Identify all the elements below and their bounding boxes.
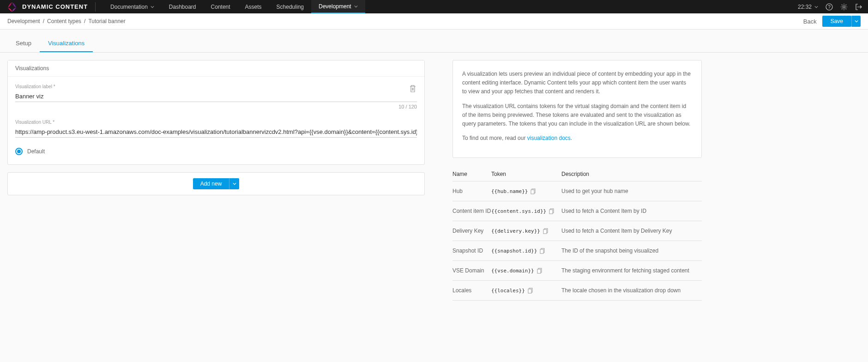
default-radio[interactable] bbox=[15, 148, 23, 155]
add-new-dropdown[interactable] bbox=[229, 178, 239, 189]
nav-content-label: Content bbox=[211, 4, 230, 10]
logo-text: DYNAMIC CONTENT bbox=[22, 3, 88, 10]
chevron-down-icon bbox=[151, 5, 154, 9]
token-code: {{delivery.key}} bbox=[491, 228, 540, 234]
copy-icon[interactable] bbox=[540, 248, 545, 253]
th-name: Name bbox=[452, 171, 491, 177]
nav-dashboard[interactable]: Dashboard bbox=[162, 0, 204, 13]
breadcrumb: Development / Content types / Tutorial b… bbox=[7, 18, 126, 24]
viz-label-label: Visualization label * bbox=[15, 84, 417, 89]
table-row: Snapshot ID {{snapshot.id}} The ID of th… bbox=[452, 241, 702, 261]
nav-assets-label: Assets bbox=[245, 4, 262, 10]
breadcrumb-content-types[interactable]: Content types bbox=[47, 18, 81, 24]
breadcrumb-development[interactable]: Development bbox=[7, 18, 40, 24]
token-name: Hub bbox=[452, 188, 491, 194]
svg-rect-14 bbox=[528, 289, 531, 293]
table-row: Content item ID {{content.sys.id}} Used … bbox=[452, 201, 702, 221]
token-code: {{locales}} bbox=[491, 288, 525, 294]
token-name: Delivery Key bbox=[452, 228, 491, 234]
svg-text:?: ? bbox=[828, 5, 831, 10]
token-desc: The ID of the snapshot being visualized bbox=[561, 247, 702, 254]
default-label: Default bbox=[27, 148, 45, 155]
help-paragraph-2: The visualization URL contains tokens fo… bbox=[462, 102, 692, 129]
breadcrumb-current: Tutorial banner bbox=[88, 18, 125, 24]
nav-documentation-label: Documentation bbox=[110, 4, 148, 10]
token-desc: The locale chosen in the visualization d… bbox=[561, 287, 702, 294]
token-name: VSE Domain bbox=[452, 267, 491, 274]
token-name: Content item ID bbox=[452, 208, 491, 214]
viz-url-input[interactable] bbox=[15, 127, 417, 138]
panel-title: Visualizations bbox=[8, 60, 424, 77]
copy-icon[interactable] bbox=[543, 228, 549, 234]
svg-rect-4 bbox=[531, 190, 534, 194]
copy-icon[interactable] bbox=[549, 208, 555, 214]
svg-rect-6 bbox=[549, 210, 553, 214]
chevron-down-icon bbox=[354, 5, 358, 8]
svg-rect-12 bbox=[537, 269, 541, 273]
nav-scheduling[interactable]: Scheduling bbox=[269, 0, 311, 13]
nav-development[interactable]: Development bbox=[311, 0, 365, 13]
token-desc: Used to fetch a Content Item by ID bbox=[561, 208, 702, 214]
token-desc: The staging environment for fetching sta… bbox=[561, 267, 702, 274]
tab-setup[interactable]: Setup bbox=[7, 35, 40, 52]
add-new-button[interactable]: Add new bbox=[193, 178, 229, 189]
time-display: 22:32 bbox=[798, 4, 812, 10]
token-code: {{vse.domain}} bbox=[491, 268, 534, 274]
nav-dashboard-label: Dashboard bbox=[169, 4, 196, 10]
help-paragraph-1: A visualization lets users preview an in… bbox=[462, 70, 692, 97]
save-dropdown[interactable] bbox=[851, 16, 861, 27]
char-count: 10 / 120 bbox=[15, 104, 417, 109]
token-desc: Used to get your hub name bbox=[561, 188, 702, 194]
svg-rect-8 bbox=[543, 229, 547, 234]
token-code: {{hub.name}} bbox=[491, 188, 528, 194]
table-row: Locales {{locales}} The locale chosen in… bbox=[452, 281, 702, 301]
token-code: {{content.sys.id}} bbox=[491, 208, 546, 214]
nav-development-label: Development bbox=[319, 3, 351, 10]
viz-label-input[interactable] bbox=[15, 91, 417, 102]
copy-icon[interactable] bbox=[530, 188, 536, 194]
nav-scheduling-label: Scheduling bbox=[277, 4, 304, 10]
svg-rect-10 bbox=[540, 249, 543, 253]
token-desc: Used to fetch a Content Item by Delivery… bbox=[561, 228, 702, 234]
chevron-down-icon[interactable] bbox=[814, 5, 818, 9]
tab-visualizations[interactable]: Visualizations bbox=[40, 35, 93, 52]
table-row: VSE Domain {{vse.domain}} The staging en… bbox=[452, 261, 702, 281]
back-link[interactable]: Back bbox=[803, 18, 817, 25]
logo-icon bbox=[6, 0, 18, 13]
th-description: Description bbox=[561, 171, 702, 177]
viz-url-label: Visualization URL * bbox=[15, 120, 417, 125]
help-icon[interactable]: ? bbox=[826, 3, 833, 11]
th-token: Token bbox=[491, 171, 561, 177]
save-button[interactable]: Save bbox=[822, 16, 851, 27]
nav-assets[interactable]: Assets bbox=[238, 0, 269, 13]
gear-icon[interactable] bbox=[840, 3, 848, 11]
copy-icon[interactable] bbox=[528, 288, 533, 293]
token-code: {{snapshot.id}} bbox=[491, 248, 537, 254]
table-row: Hub {{hub.name}} Used to get your hub na… bbox=[452, 181, 702, 201]
nav-content[interactable]: Content bbox=[204, 0, 238, 13]
token-name: Snapshot ID bbox=[452, 247, 491, 254]
visualization-docs-link[interactable]: visualization docs bbox=[527, 135, 571, 141]
token-name: Locales bbox=[452, 287, 491, 294]
logout-icon[interactable] bbox=[855, 3, 862, 11]
help-paragraph-3: To find out more, read our visualization… bbox=[462, 134, 692, 143]
copy-icon[interactable] bbox=[537, 268, 542, 273]
nav-documentation[interactable]: Documentation bbox=[103, 0, 162, 13]
svg-point-2 bbox=[843, 6, 845, 8]
table-row: Delivery Key {{delivery.key}} Used to fe… bbox=[452, 221, 702, 241]
